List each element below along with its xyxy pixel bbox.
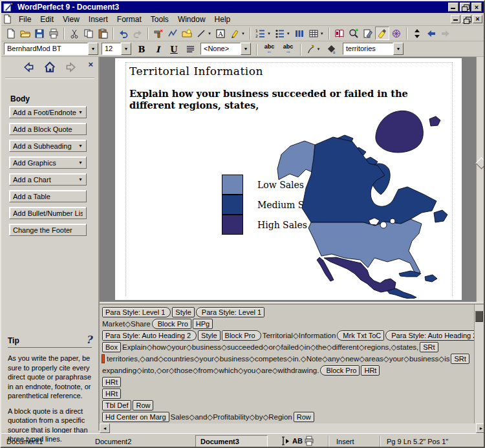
menu-view[interactable]: View xyxy=(58,14,84,25)
insert-mode-indicator[interactable]: Insert xyxy=(336,438,354,445)
book-icon[interactable] xyxy=(332,27,347,40)
code-tag-para-style-level-1[interactable]: Para Style: Level 1 xyxy=(196,307,264,317)
code-tag-srt[interactable]: SRt xyxy=(420,342,438,352)
panel-close-icon[interactable]: × xyxy=(88,59,93,69)
code-tag-block-pro[interactable]: Block Pro xyxy=(222,330,261,341)
undo-icon[interactable] xyxy=(116,27,131,40)
font-face-dropdown-button[interactable]: ▼ xyxy=(88,43,98,55)
dropdown-arrow-icon[interactable]: ▼ xyxy=(78,144,83,148)
title-bar[interactable]: WordPerfect 9 - Document3 × xyxy=(1,1,484,13)
codes-scrollbar-thumb[interactable] xyxy=(475,311,483,322)
code-tag-para-style-auto-heading-2[interactable]: Para Style: Auto Heading 2 xyxy=(385,330,477,341)
status-icons[interactable]: AB xyxy=(281,436,314,446)
style-combo[interactable]: <None> ▼ xyxy=(200,43,251,55)
dropdown-arrow-icon[interactable]: ▼ xyxy=(320,32,324,36)
menu-help[interactable]: Help xyxy=(210,14,235,25)
horizontal-scrollbar[interactable]: ◄ ► xyxy=(100,423,485,433)
forward-icon[interactable] xyxy=(438,27,453,40)
numbered-list-icon[interactable]: ▼ xyxy=(253,27,273,40)
menu-window[interactable]: Window xyxy=(173,14,210,25)
font-size-combo[interactable]: 12 ▼ xyxy=(102,43,131,55)
sidebar-button-add-a-foot-endnote[interactable]: Add a Foot/Endnote▼ xyxy=(9,106,87,118)
style-value[interactable]: <None> xyxy=(200,43,241,55)
code-tag-srt[interactable]: SRt xyxy=(451,354,469,364)
back-icon[interactable] xyxy=(424,27,438,40)
code-tag-mrk-txt-toc[interactable]: Mrk Txt ToC xyxy=(337,330,384,341)
code-tag-hrt[interactable]: HRt xyxy=(361,365,380,376)
highlight-pen-icon[interactable]: ▼ xyxy=(228,27,247,40)
dropdown-arrow-icon[interactable]: ▼ xyxy=(78,110,83,114)
minimize-button[interactable] xyxy=(448,3,458,12)
font-face-value[interactable]: BernhardMod BT xyxy=(4,43,88,55)
italic-button[interactable]: I xyxy=(150,43,166,56)
scroll-left-icon[interactable]: ◄ xyxy=(100,423,110,433)
prompt-next-button[interactable]: abc → xyxy=(279,43,297,56)
quickwords-value[interactable]: territories xyxy=(343,43,393,55)
codes-vertical-scrollbar[interactable] xyxy=(474,304,484,423)
status-document-2[interactable]: Document2 xyxy=(95,438,131,445)
menu-edit[interactable]: Edit xyxy=(36,14,58,25)
code-tag-hpg[interactable]: HPg xyxy=(193,319,213,329)
quickwords-combo[interactable]: territories ▼ xyxy=(343,43,404,55)
code-tag-box[interactable]: Box xyxy=(102,342,121,352)
bold-button[interactable]: B xyxy=(134,43,149,56)
document-page[interactable]: Territorial Information Explain how your… xyxy=(115,58,462,300)
print-icon[interactable] xyxy=(47,27,61,40)
code-tag-para-style-auto-heading-2[interactable]: Para Style: Auto Heading 2 xyxy=(102,330,197,341)
code-tag-para-style-level-1[interactable]: Para Style: Level 1 xyxy=(102,307,171,317)
hammer-tools-icon[interactable] xyxy=(151,27,166,40)
menu-format[interactable]: Format xyxy=(113,14,146,25)
line-style-icon[interactable]: ▼ xyxy=(194,27,213,40)
document-icon[interactable] xyxy=(3,14,12,24)
paste-icon[interactable] xyxy=(96,27,110,40)
clipart-icon[interactable] xyxy=(180,27,194,40)
north-america-map[interactable] xyxy=(272,105,464,299)
doc-minimize-button[interactable] xyxy=(451,15,460,23)
dropdown-arrow-icon[interactable]: ▼ xyxy=(208,32,211,36)
zoom-icon[interactable] xyxy=(347,27,361,40)
code-tag-tbl-def[interactable]: Tbl Def xyxy=(102,400,131,411)
nav-back-icon[interactable] xyxy=(23,61,35,73)
code-tag-block-pro[interactable]: Block Pro xyxy=(152,319,191,329)
font-color-button[interactable]: ▼ xyxy=(304,43,322,56)
code-tag-row[interactable]: Row xyxy=(133,400,153,411)
close-button[interactable]: × xyxy=(471,3,482,12)
page-pen-icon[interactable] xyxy=(361,27,375,40)
sidebar-button-add-a-subheading[interactable]: Add a Subheading▼ xyxy=(9,140,87,152)
text-box-icon[interactable] xyxy=(213,27,228,40)
font-size-dropdown-button[interactable]: ▼ xyxy=(121,43,131,55)
highlighter-icon[interactable] xyxy=(375,27,389,40)
doc-restore-button[interactable] xyxy=(462,15,471,23)
justification-button[interactable] xyxy=(182,43,198,56)
status-document-1[interactable]: Document1 xyxy=(6,438,43,445)
zigzag-draw-icon[interactable] xyxy=(166,27,180,40)
doc-close-button[interactable]: × xyxy=(473,15,482,23)
updown-icon[interactable] xyxy=(410,27,424,40)
sidebar-button-add-bullet-number-list[interactable]: Add Bullet/Number List xyxy=(9,207,87,219)
copy-icon[interactable] xyxy=(81,27,96,40)
nav-forward-icon[interactable] xyxy=(65,61,76,73)
scroll-right-icon[interactable]: ► xyxy=(476,423,485,433)
code-tag-row[interactable]: Row xyxy=(294,412,314,422)
reveal-codes-pane[interactable]: Para Style: Level 1StylePara Style: Leve… xyxy=(100,304,477,423)
redo-icon[interactable] xyxy=(131,27,145,40)
scrollbar-thumb[interactable] xyxy=(475,157,485,169)
sidebar-button-add-graphics[interactable]: Add Graphics▼ xyxy=(9,156,87,169)
cursor-position-indicator[interactable]: Pg 9 Ln 5.2" Pos 1" xyxy=(387,438,448,445)
font-face-combo[interactable]: BernhardMod BT ▼ xyxy=(4,43,98,55)
save-icon[interactable] xyxy=(32,27,47,40)
dropdown-arrow-icon[interactable]: ▼ xyxy=(286,32,290,36)
dropdown-arrow-icon[interactable]: ▼ xyxy=(241,32,245,36)
style-dropdown-button[interactable]: ▼ xyxy=(241,43,251,55)
open-folder-icon[interactable] xyxy=(18,27,32,40)
dropdown-arrow-icon[interactable]: ▼ xyxy=(78,177,83,182)
table-icon[interactable]: ▼ xyxy=(307,27,326,40)
dropdown-arrow-icon[interactable]: ▼ xyxy=(267,32,271,36)
new-document-icon[interactable] xyxy=(4,27,18,40)
menu-tools[interactable]: Tools xyxy=(146,14,173,25)
menu-insert[interactable]: Insert xyxy=(84,14,113,25)
underline-button[interactable]: U xyxy=(166,43,182,56)
sidebar-button-add-a-block-quote[interactable]: Add a Block Quote xyxy=(9,123,87,135)
document-view[interactable]: Territorial Information Explain how your… xyxy=(100,57,485,302)
fill-button[interactable] xyxy=(323,43,339,56)
